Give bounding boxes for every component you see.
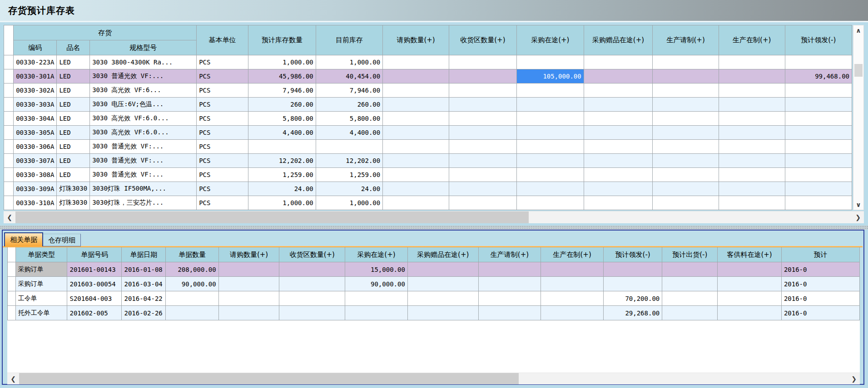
column-header[interactable]: 规格型号 — [90, 40, 197, 55]
cell[interactable]: LED — [57, 126, 90, 140]
row-indicator[interactable] — [4, 168, 14, 182]
cell[interactable] — [785, 126, 852, 140]
cell[interactable]: 3030 高光效 VF:6.0... — [90, 126, 197, 140]
cell[interactable] — [316, 140, 382, 154]
cell[interactable] — [584, 196, 653, 210]
column-header[interactable]: 采购在途(+) — [516, 25, 584, 55]
cell[interactable]: PCS — [197, 83, 248, 98]
cell[interactable] — [345, 291, 408, 306]
cell[interactable]: 3030 电压:6V;色温... — [90, 98, 197, 112]
corner-cell[interactable] — [8, 247, 16, 262]
table-row[interactable]: 00330-308ALED3030 普通光效 VF:...PCS1,259.00… — [4, 168, 852, 182]
cell[interactable] — [218, 262, 279, 277]
cell[interactable]: 00330-304A — [14, 112, 57, 126]
cell[interactable] — [449, 154, 516, 168]
cell[interactable] — [279, 277, 345, 291]
cell[interactable]: LED — [57, 168, 90, 182]
cell[interactable] — [584, 98, 653, 112]
cell[interactable]: 3030 高光效 VF:6... — [90, 83, 197, 98]
row-indicator[interactable] — [4, 55, 14, 69]
cell[interactable] — [584, 55, 653, 69]
table-row[interactable]: 采购订单201601-001432016-01-08208,000.0015,0… — [8, 262, 860, 277]
cell[interactable]: PCS — [197, 112, 248, 126]
tab-warehouse-detail[interactable]: 仓存明细 — [43, 234, 81, 246]
cell[interactable]: 采购订单 — [15, 262, 67, 277]
cell[interactable] — [785, 55, 852, 69]
cell[interactable] — [785, 196, 852, 210]
cell[interactable]: PCS — [197, 69, 248, 83]
cell[interactable] — [407, 291, 478, 306]
cell[interactable]: 2016-0 — [781, 262, 859, 277]
cell[interactable]: PCS — [197, 196, 248, 210]
cell[interactable]: S201604-003 — [67, 291, 122, 306]
cell[interactable]: 3030 普通光效 VF:... — [90, 154, 197, 168]
column-header[interactable]: 预计库存数量 — [248, 25, 316, 55]
cell[interactable]: PCS — [197, 140, 248, 154]
cell[interactable] — [541, 262, 604, 277]
cell[interactable] — [279, 262, 345, 277]
cell[interactable]: 00330-308A — [14, 168, 57, 182]
scroll-right-button[interactable]: ❯ — [848, 373, 860, 384]
cell[interactable] — [785, 112, 852, 126]
cell[interactable] — [719, 55, 785, 69]
cell[interactable] — [785, 98, 852, 112]
cell[interactable]: LED — [57, 55, 90, 69]
cell[interactable]: 3030 普通光效 VF:... — [90, 140, 197, 154]
cell[interactable] — [719, 182, 785, 196]
cell[interactable]: 1,259.00 — [316, 168, 382, 182]
cell[interactable]: 260.00 — [316, 98, 382, 112]
cell[interactable]: 3030 高光效 VF:6.0... — [90, 112, 197, 126]
column-header[interactable]: 编码 — [14, 40, 57, 55]
cell[interactable]: 4,400.00 — [316, 126, 382, 140]
row-indicator[interactable] — [4, 98, 14, 112]
cell[interactable] — [407, 262, 478, 277]
cell[interactable]: 90,000.00 — [166, 277, 219, 291]
table-row[interactable]: 00330-223ALED3030 3800-4300K Ra...PCS1,0… — [4, 55, 852, 69]
cell[interactable]: 3030 3800-4300K Ra... — [90, 55, 197, 69]
cell[interactable] — [785, 182, 852, 196]
cell[interactable]: 2016-01-08 — [122, 262, 166, 277]
table-row[interactable]: 00330-305ALED3030 高光效 VF:6.0...PCS4,400.… — [4, 126, 852, 140]
table-row[interactable]: 00330-303ALED3030 电压:6V;色温...PCS260.0026… — [4, 98, 852, 112]
cell[interactable]: LED — [57, 83, 90, 98]
cell[interactable] — [383, 182, 449, 196]
cell[interactable] — [218, 277, 279, 291]
column-header[interactable]: 存货 — [14, 25, 197, 40]
cell[interactable]: 90,000.00 — [345, 277, 408, 291]
cell[interactable] — [719, 98, 785, 112]
cell[interactable] — [516, 98, 584, 112]
cell[interactable] — [653, 168, 719, 182]
cell[interactable] — [662, 262, 718, 277]
column-header[interactable]: 目前库存 — [316, 25, 382, 55]
cell[interactable] — [383, 168, 449, 182]
cell[interactable] — [449, 196, 516, 210]
row-indicator[interactable] — [4, 154, 14, 168]
cell[interactable]: 00330-302A — [14, 83, 57, 98]
cell[interactable] — [383, 140, 449, 154]
column-header[interactable]: 预计 — [781, 247, 859, 262]
cell[interactable] — [584, 140, 653, 154]
column-header[interactable]: 客供料在途(+) — [718, 247, 782, 262]
column-header[interactable]: 收货区数量(+) — [279, 247, 345, 262]
table-row[interactable]: 工令单S201604-0032016-04-2270,200.002016-0 — [8, 291, 860, 306]
cell[interactable]: LED — [57, 140, 90, 154]
column-header[interactable]: 生产请制(+) — [478, 247, 541, 262]
row-indicator[interactable] — [8, 262, 16, 277]
cell[interactable] — [383, 112, 449, 126]
row-indicator[interactable] — [8, 277, 16, 291]
h-scrollbar-thumb[interactable] — [15, 211, 529, 223]
table-row[interactable]: 托外工令单201602-0052016-02-2629,268.002016-0 — [8, 306, 860, 320]
column-header[interactable]: 生产请制(+) — [653, 25, 719, 55]
cell[interactable]: PCS — [197, 168, 248, 182]
vertical-scrollbar-thumb[interactable] — [854, 64, 863, 77]
cell[interactable] — [718, 291, 782, 306]
cell[interactable] — [719, 126, 785, 140]
cell[interactable] — [449, 69, 516, 83]
cell[interactable]: 208,000.00 — [166, 262, 219, 277]
cell[interactable] — [449, 83, 516, 98]
row-indicator[interactable] — [4, 182, 14, 196]
cell[interactable] — [345, 306, 408, 320]
column-header[interactable]: 单据类型 — [15, 247, 67, 262]
cell[interactable]: 201601-00143 — [67, 262, 122, 277]
table-row[interactable]: 00330-301ALED3030 普通光效 VF:...PCS45,986.0… — [4, 69, 852, 83]
